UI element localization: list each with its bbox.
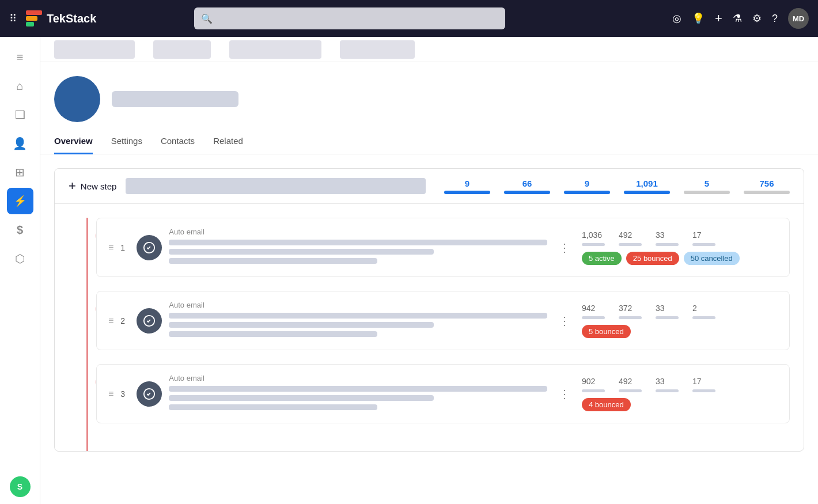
step-type-1: Auto email <box>169 228 547 236</box>
step-stat-num-3-3: 17 <box>692 377 715 386</box>
sidebar-item-dollar[interactable]: $ <box>7 217 33 243</box>
nav-icons: ◎ 💡 + ⚗ ⚙ ? MD <box>672 8 809 29</box>
mini-bar-1-0 <box>582 243 605 246</box>
header-stat-bar-5 <box>684 191 730 194</box>
header-stat-num-4: 1,091 <box>636 179 658 188</box>
search-bar[interactable]: 🔍 <box>194 7 505 29</box>
step-line-3a <box>169 386 547 392</box>
drag-handle-2[interactable]: ≡ <box>108 316 113 326</box>
stats-header: 9 66 9 1,091 <box>444 179 790 194</box>
step-type-3: Auto email <box>169 374 547 382</box>
step-line-3c <box>169 404 377 410</box>
timeline-area: ≡ 1 Auto email ⋮ <box>55 218 804 451</box>
step-stat-num-3-0: 902 <box>582 377 605 386</box>
sidebar-item-home[interactable]: ⌂ <box>7 73 33 99</box>
step-badges-2: 5 bounced <box>582 325 631 338</box>
sidebar-bottom: S <box>10 476 31 497</box>
subnav-item-4[interactable] <box>340 40 415 59</box>
more-button-2[interactable]: ⋮ <box>554 312 575 330</box>
profile-name <box>112 91 238 107</box>
badge-3-bounced[interactable]: 4 bounced <box>582 398 631 411</box>
step-stat-bars-1 <box>582 243 715 246</box>
new-step-label: New step <box>81 181 117 191</box>
bulb-icon[interactable]: 💡 <box>692 12 705 25</box>
badge-1-cancelled[interactable]: 50 cancelled <box>684 252 740 265</box>
header-stat-bar-4 <box>624 191 670 194</box>
header-stat-num-1: 9 <box>465 179 469 188</box>
step-2-wrapper: ≡ 2 Auto email ⋮ <box>69 291 790 350</box>
header-stat-3: 9 <box>564 179 610 194</box>
search-icon: 🔍 <box>201 13 213 24</box>
mini-bar-2-0 <box>582 316 605 319</box>
step-content-2: Auto email <box>169 301 547 340</box>
help-icon[interactable]: ? <box>772 13 778 25</box>
plus-icon[interactable]: + <box>715 11 722 26</box>
header-stat-6: 756 <box>744 179 790 194</box>
tabs: Overview Settings Contacts Related <box>40 122 818 154</box>
top-nav: ⠿ TekStack 🔍 ◎ 💡 + ⚗ ⚙ ? MD <box>0 0 818 37</box>
step-stat-num-1-0: 1,036 <box>582 230 605 240</box>
sidebar-item-documents[interactable]: ❑ <box>7 101 33 128</box>
sidebar-item-grid[interactable]: ⊞ <box>7 159 33 185</box>
more-button-1[interactable]: ⋮ <box>554 238 575 257</box>
sidebar-item-contacts[interactable]: 👤 <box>7 130 33 157</box>
sidebar-user-avatar[interactable]: S <box>10 476 31 497</box>
step-stat-num-1-2: 33 <box>656 230 679 240</box>
tab-settings[interactable]: Settings <box>111 131 142 154</box>
header-stat-5: 5 <box>684 179 730 194</box>
tab-overview[interactable]: Overview <box>54 131 93 154</box>
subnav-item-1[interactable] <box>54 40 135 59</box>
header-stat-bar-3 <box>564 191 610 194</box>
header-stat-bar-6 <box>744 191 790 194</box>
step-line-2c <box>169 331 377 337</box>
new-step-button[interactable]: + New step <box>69 179 116 194</box>
more-button-3[interactable]: ⋮ <box>554 385 575 403</box>
grid-menu-icon[interactable]: ⠿ <box>9 12 17 25</box>
step-type-2: Auto email <box>169 301 547 309</box>
badge-1-active[interactable]: 5 active <box>582 252 622 265</box>
sidebar-item-database[interactable]: ⬡ <box>7 245 33 272</box>
step-line-1c <box>169 258 377 264</box>
mini-bar-2-2 <box>656 316 679 319</box>
header-stat-num-2: 66 <box>522 179 532 188</box>
filter-icon[interactable]: ⚗ <box>733 12 742 25</box>
step-icon-1 <box>137 235 162 260</box>
target-icon[interactable]: ◎ <box>672 12 681 25</box>
step-content-3: Auto email <box>169 374 547 414</box>
step-num-1: 1 <box>120 243 130 252</box>
mini-bar-1-3 <box>692 243 715 246</box>
search-input[interactable] <box>217 14 498 23</box>
drag-handle-1[interactable]: ≡ <box>108 242 113 253</box>
step-num-3: 3 <box>120 389 130 399</box>
gear-icon[interactable]: ⚙ <box>752 12 762 25</box>
sidebar-item-sequences[interactable]: ⚡ <box>7 188 33 214</box>
sidebar: ≡ ⌂ ❑ 👤 ⊞ ⚡ $ ⬡ S <box>0 37 40 504</box>
step-stat-num-2-2: 33 <box>656 304 679 313</box>
subnav-item-2[interactable] <box>153 40 211 59</box>
sidebar-item-menu[interactable]: ≡ <box>7 44 33 70</box>
header-stat-2: 66 <box>504 179 550 194</box>
header-stat-num-5: 5 <box>705 179 709 188</box>
badge-2-bounced[interactable]: 5 bounced <box>582 325 631 338</box>
step-3-wrapper: ≡ 3 Auto email ⋮ <box>69 364 790 423</box>
step-card-1: ≡ 1 Auto email ⋮ <box>96 218 790 277</box>
step-nums-2: 942 372 33 2 <box>582 304 715 313</box>
step-stats-3: 902 492 33 17 <box>582 377 778 411</box>
step-stat-bars-2 <box>582 316 715 319</box>
tab-related[interactable]: Related <box>213 131 243 154</box>
logo-icon <box>26 10 42 26</box>
step-card-3: ≡ 3 Auto email ⋮ <box>96 364 790 423</box>
step-stats-1: 1,036 492 33 17 <box>582 230 778 265</box>
mini-bar-2-3 <box>692 316 715 319</box>
subnav-item-3[interactable] <box>229 40 321 59</box>
badge-1-bounced[interactable]: 25 bounced <box>626 252 679 265</box>
mini-bar-3-2 <box>656 389 679 392</box>
new-step-header: + New step 9 66 9 <box>55 169 804 204</box>
drag-handle-3[interactable]: ≡ <box>108 389 113 399</box>
user-avatar[interactable]: MD <box>788 8 809 29</box>
step-line-3b <box>169 395 434 401</box>
plus-icon: + <box>69 179 76 194</box>
logo[interactable]: TekStack <box>26 10 96 26</box>
tab-contacts[interactable]: Contacts <box>161 131 195 154</box>
header-stat-bar-1 <box>444 191 490 194</box>
